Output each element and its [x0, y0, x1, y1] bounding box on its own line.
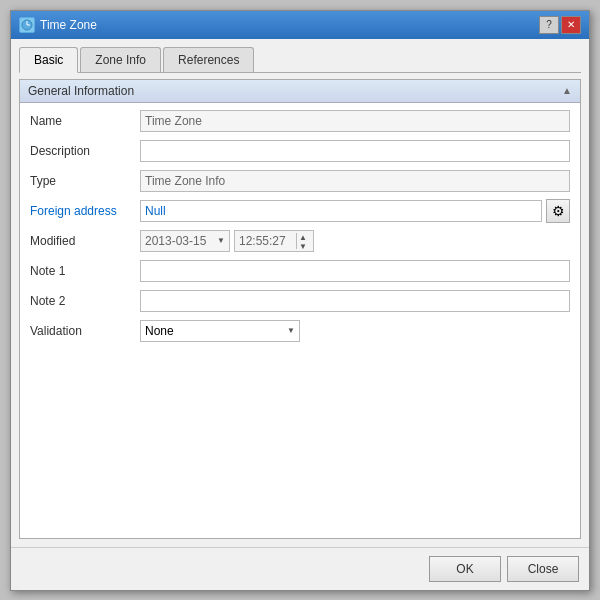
main-window: Time Zone ? ✕ Basic Zone Info References…: [10, 10, 590, 591]
foreign-address-container: ⚙: [140, 199, 570, 223]
date-value: 2013-03-15: [145, 234, 206, 248]
name-label: Name: [30, 114, 140, 128]
help-button[interactable]: ?: [539, 16, 559, 34]
note2-row: Note 2: [30, 289, 570, 313]
timezone-icon: [19, 17, 35, 33]
time-input[interactable]: 12:55:27 ▲ ▼: [234, 230, 314, 252]
name-row: Name: [30, 109, 570, 133]
dropdown-arrow-icon: ▼: [287, 326, 295, 335]
validation-dropdown[interactable]: None ▼: [140, 320, 300, 342]
date-dropdown-arrow[interactable]: ▼: [217, 236, 225, 245]
gear-button[interactable]: ⚙: [546, 199, 570, 223]
close-button[interactable]: Close: [507, 556, 579, 582]
datetime-container: 2013-03-15 ▼ 12:55:27 ▲ ▼: [140, 230, 570, 252]
type-row: Type: [30, 169, 570, 193]
tab-zone-info[interactable]: Zone Info: [80, 47, 161, 72]
window-body: Basic Zone Info References General Infor…: [11, 39, 589, 547]
type-label: Type: [30, 174, 140, 188]
time-up-arrow[interactable]: ▲: [297, 233, 309, 242]
section-title: General Information: [28, 84, 134, 98]
description-row: Description: [30, 139, 570, 163]
tab-bar: Basic Zone Info References: [19, 47, 581, 73]
note1-label: Note 1: [30, 264, 140, 278]
note1-row: Note 1: [30, 259, 570, 283]
window-title: Time Zone: [40, 18, 97, 32]
tab-references[interactable]: References: [163, 47, 254, 72]
section-header: General Information ▲: [20, 80, 580, 103]
section-content: Name Description Type Foreign address: [20, 103, 580, 355]
modified-row: Modified 2013-03-15 ▼ 12:55:27 ▲ ▼: [30, 229, 570, 253]
time-down-arrow[interactable]: ▼: [297, 242, 309, 251]
time-value: 12:55:27: [239, 234, 296, 248]
validation-row: Validation None ▼: [30, 319, 570, 343]
description-input[interactable]: [140, 140, 570, 162]
date-input[interactable]: 2013-03-15 ▼: [140, 230, 230, 252]
foreign-address-input[interactable]: [140, 200, 542, 222]
note2-input[interactable]: [140, 290, 570, 312]
note1-input[interactable]: [140, 260, 570, 282]
note2-label: Note 2: [30, 294, 140, 308]
validation-value: None: [145, 324, 174, 338]
collapse-icon[interactable]: ▲: [562, 85, 572, 96]
title-buttons: ? ✕: [539, 16, 581, 34]
ok-button[interactable]: OK: [429, 556, 501, 582]
description-label: Description: [30, 144, 140, 158]
time-spinners: ▲ ▼: [296, 233, 309, 249]
window-close-button[interactable]: ✕: [561, 16, 581, 34]
title-bar: Time Zone ? ✕: [11, 11, 589, 39]
content-area: General Information ▲ Name Description T…: [19, 79, 581, 539]
title-bar-left: Time Zone: [19, 17, 97, 33]
window-footer: OK Close: [11, 547, 589, 590]
foreign-address-row: Foreign address ⚙: [30, 199, 570, 223]
modified-label: Modified: [30, 234, 140, 248]
type-input[interactable]: [140, 170, 570, 192]
foreign-address-label: Foreign address: [30, 204, 140, 218]
tab-basic[interactable]: Basic: [19, 47, 78, 73]
validation-label: Validation: [30, 324, 140, 338]
name-input[interactable]: [140, 110, 570, 132]
